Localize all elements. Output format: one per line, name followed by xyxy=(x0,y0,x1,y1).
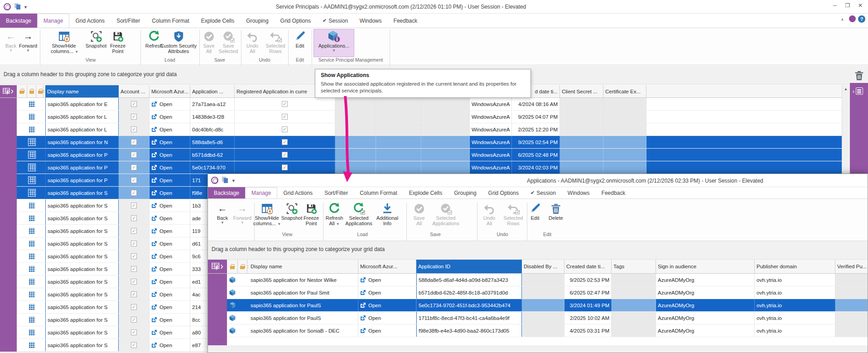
cell-open[interactable]: Open xyxy=(358,274,416,286)
cell-account[interactable] xyxy=(119,212,149,224)
header-display-name[interactable]: Display name xyxy=(249,260,358,273)
undo-selected-rows-button[interactable]: SelectedRows xyxy=(502,202,525,226)
cell-created-date[interactable]: 2/2025 12:20 PM xyxy=(512,123,560,135)
lock-column-1[interactable] xyxy=(227,260,238,273)
cell-open[interactable]: Open xyxy=(149,199,190,212)
cell-display-name[interactable]: sapio365 application for L xyxy=(45,123,119,135)
cell-display-name[interactable]: sapio365 application for S xyxy=(45,314,119,326)
cell-open[interactable]: Open xyxy=(149,187,190,199)
undo-all-button[interactable]: UndoAll xyxy=(243,29,262,54)
cell-application-id[interactable]: 0dc40bfc-d8c xyxy=(190,123,235,135)
cell-created-date[interactable]: 9/2025 02:53 PM xyxy=(564,274,612,286)
app-tab[interactable]: ✔Grouping xyxy=(448,187,482,198)
account-checkbox[interactable] xyxy=(131,203,137,208)
cell-application-id[interactable]: f98e38fb-e4e3-4d90-baa2-860c173d05 xyxy=(416,324,522,337)
cell-registered-app[interactable] xyxy=(235,136,335,148)
main-tab[interactable]: ✔Backstage xyxy=(0,14,37,28)
row-grid-icon[interactable] xyxy=(29,203,35,208)
account-checkbox[interactable] xyxy=(131,177,137,183)
cell-sign-in-audience[interactable]: AzureADMyOrg xyxy=(656,312,755,324)
row-grid-icon[interactable] xyxy=(29,152,35,158)
back-button[interactable]: ← Back▼ xyxy=(212,202,232,225)
cell-application-id[interactable]: 5e0c1734-970 xyxy=(190,161,235,174)
row-grid-icon[interactable] xyxy=(29,241,35,247)
account-checkbox[interactable] xyxy=(131,215,137,221)
open-link[interactable]: Open xyxy=(368,290,381,295)
cell-created-date[interactable]: 9/2025 04:07 PM xyxy=(512,111,560,123)
account-checkbox[interactable] xyxy=(131,342,137,348)
cell-account[interactable] xyxy=(119,301,149,313)
cell-created-date[interactable]: 4/2024 08:16 AM xyxy=(512,98,560,110)
header-display-name[interactable]: Display name xyxy=(45,85,119,97)
cell-application-id[interactable]: 588da8e5-d6af-4d4d-a09d-b827a3423 xyxy=(416,274,522,286)
cell-type[interactable]: WindowsAzureA xyxy=(470,136,512,148)
row-grid-icon[interactable] xyxy=(29,291,35,297)
row-grid-icon[interactable] xyxy=(29,228,35,234)
row-grid-icon[interactable] xyxy=(29,317,35,323)
cell-display-name[interactable]: sapio365 application for S xyxy=(45,212,119,224)
cell-display-name[interactable]: sapio365 application for Paul Smit xyxy=(249,286,358,299)
open-link[interactable]: Open xyxy=(159,190,172,196)
row-grid-icon[interactable] xyxy=(29,114,35,120)
main-tab[interactable]: ✔Grid Options xyxy=(275,14,317,28)
cell-display-name[interactable]: sapio365 application for S xyxy=(45,187,119,199)
open-link[interactable]: Open xyxy=(159,178,172,183)
open-link[interactable]: Open xyxy=(368,328,381,334)
show-hide-columns-button[interactable]: Show/Hide columns... ▼ xyxy=(253,202,280,227)
cell-display-name[interactable]: sapio365 application for PaulS xyxy=(249,299,358,311)
main-grid-row[interactable]: sapio365 application for N Open 588da8e5… xyxy=(0,136,842,149)
cell-account[interactable] xyxy=(119,237,149,250)
cell-application-id[interactable]: 1711bf8c-8ecd-47f3-bc41-ca4a6ba4e9f xyxy=(416,312,522,324)
cell-registered-app[interactable] xyxy=(235,149,335,161)
account-checkbox[interactable] xyxy=(131,190,137,196)
app-grid-row[interactable]: sapio365 application for SoniaB - DEC Op… xyxy=(208,324,868,337)
cell-sign-in-audience[interactable]: AzureADMyOrg xyxy=(656,324,755,337)
main-grid-row[interactable]: sapio365 application for E Open 27a71aea… xyxy=(0,98,842,111)
cell-sign-in-audience[interactable]: AzureADMyOrg xyxy=(656,299,755,311)
side-panel-icon[interactable]: ‹ xyxy=(853,87,863,95)
cell-registered-app[interactable] xyxy=(235,123,335,135)
cell-created-date[interactable]: 2/2025 10:02 AM xyxy=(564,312,612,324)
open-link[interactable]: Open xyxy=(159,343,172,348)
cell-display-name[interactable]: sapio365 application for S xyxy=(45,276,119,288)
open-link[interactable]: Open xyxy=(159,114,172,120)
row-cube-icon[interactable] xyxy=(229,302,236,309)
help-icon[interactable]: ? xyxy=(858,15,865,23)
cell-account[interactable] xyxy=(119,136,149,148)
additional-info-button[interactable]: AdditionalInfo xyxy=(375,202,400,226)
cell-open[interactable]: Open xyxy=(149,314,190,326)
app-grid-row[interactable]: sapio365 application for PaulS Open 1711… xyxy=(208,312,868,324)
cell-registered-app[interactable] xyxy=(235,161,335,174)
save-all-button[interactable]: SaveAll xyxy=(200,29,218,54)
account-checkbox[interactable] xyxy=(131,164,137,170)
cell-application-id[interactable]: 14838de3-f28 xyxy=(190,111,235,123)
quick-access-caret-icon[interactable]: ▼ xyxy=(231,179,236,183)
save-selected-applications-button[interactable]: SelectedApplications xyxy=(431,202,461,226)
window-switch-icon[interactable] xyxy=(222,177,228,184)
minimize-button[interactable]: ─ xyxy=(830,1,840,10)
account-checkbox[interactable] xyxy=(131,139,137,145)
header-created-date[interactable]: Created date ti... xyxy=(564,260,612,273)
grouping-trash-icon[interactable] xyxy=(854,70,864,81)
cell-display-name[interactable]: sapio365 application for E xyxy=(45,98,119,110)
app-tab[interactable]: ✔Grid Options xyxy=(482,187,525,198)
cell-display-name[interactable]: sapio365 application for S xyxy=(45,225,119,237)
cell-created-date[interactable]: 3/2024 02:03 PM xyxy=(512,161,560,174)
cell-account[interactable] xyxy=(119,187,149,199)
cell-open[interactable]: Open xyxy=(149,212,190,224)
main-tab[interactable]: ✔Grouping xyxy=(240,14,274,28)
cell-open[interactable]: Open xyxy=(149,288,190,300)
open-link[interactable]: Open xyxy=(159,279,172,285)
cell-display-name[interactable]: sapio365 application for S xyxy=(45,199,119,212)
account-checkbox[interactable] xyxy=(131,266,137,272)
header-application-id[interactable]: Application ID xyxy=(416,260,522,273)
row-grid-icon[interactable] xyxy=(29,126,35,132)
row-grid-icon[interactable] xyxy=(29,266,35,272)
cell-application-id[interactable]: b571ddbd-62 xyxy=(190,149,235,161)
lock-column-1[interactable] xyxy=(17,85,27,97)
cell-open[interactable]: Open xyxy=(149,276,190,288)
cell-open[interactable]: Open xyxy=(358,312,416,324)
app-tab[interactable]: ✔Backstage xyxy=(208,187,245,198)
account-checkbox[interactable] xyxy=(131,126,137,132)
row-grid-icon[interactable] xyxy=(29,190,35,196)
